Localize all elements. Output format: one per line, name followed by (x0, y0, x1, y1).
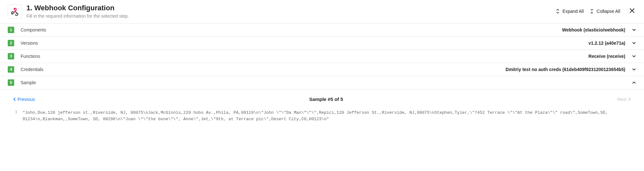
expand-all-button[interactable]: Expand All (555, 9, 584, 14)
chevron-left-icon (13, 97, 16, 101)
step-label: Functions (21, 54, 40, 59)
close-icon (629, 8, 635, 14)
page-subtitle: Fill in the required information for the… (26, 14, 551, 19)
step-row-credentials[interactable]: 4CredentialsDmitriy test no auth creds (… (0, 63, 644, 76)
svg-point-2 (16, 13, 18, 14)
step-label: Versions (21, 40, 38, 46)
expand-all-label: Expand All (563, 9, 584, 14)
chevron-down-icon (632, 28, 636, 32)
step-row-versions[interactable]: 2Versionsv1.2.12 (a40e71a) (0, 37, 644, 50)
step-row-components[interactable]: 1ComponentsWebhook (elasticio/webhook) (0, 23, 644, 37)
page-title: 1. Webhook Configuration (26, 4, 551, 12)
step-row-sample[interactable]: 5Sample (0, 76, 644, 89)
step-number-badge: 4 (8, 66, 14, 73)
next-label: Next (617, 97, 627, 102)
chevron-right-icon (628, 97, 631, 101)
step-value: Dmitriy test no auth creds (61deb409f923… (506, 67, 625, 72)
sample-code: "John,Doe,120 jefferson st.,Riverside, N… (23, 110, 632, 122)
collapse-all-icon (590, 9, 594, 14)
svg-point-0 (14, 9, 15, 10)
collapse-all-button[interactable]: Collapse All (590, 9, 620, 14)
next-button[interactable]: Next (617, 97, 631, 102)
step-label: Sample (21, 80, 36, 85)
step-label: Credentials (21, 67, 43, 72)
sample-code-block: 1 "John,Doe,120 jefferson st.,Riverside,… (0, 107, 644, 129)
sample-nav: Previous Sample #5 of 5 Next (0, 89, 644, 107)
collapse-all-label: Collapse All (597, 9, 620, 14)
step-value: Webhook (elasticio/webhook) (562, 27, 625, 32)
line-number: 1 (12, 110, 23, 122)
webhook-icon (8, 4, 22, 19)
step-number-badge: 2 (8, 40, 14, 46)
step-row-functions[interactable]: 3FunctionsReceive (receive) (0, 50, 644, 63)
step-label: Components (21, 27, 46, 32)
chevron-down-icon (632, 67, 636, 72)
close-button[interactable] (628, 6, 636, 16)
step-value: Receive (receive) (589, 54, 625, 59)
step-number-badge: 5 (8, 79, 14, 86)
step-value: v1.2.12 (a40e71a) (589, 40, 625, 46)
sample-counter: Sample #5 of 5 (35, 96, 617, 102)
expand-all-icon (555, 9, 560, 14)
previous-label: Previous (17, 97, 35, 102)
previous-button[interactable]: Previous (13, 97, 35, 102)
chevron-down-icon (632, 41, 636, 45)
step-number-badge: 1 (8, 27, 14, 33)
svg-point-1 (12, 13, 14, 14)
chevron-down-icon (632, 54, 636, 59)
panel-header: 1. Webhook Configuration Fill in the req… (0, 0, 644, 23)
step-number-badge: 3 (8, 53, 14, 59)
chevron-up-icon (632, 80, 636, 85)
